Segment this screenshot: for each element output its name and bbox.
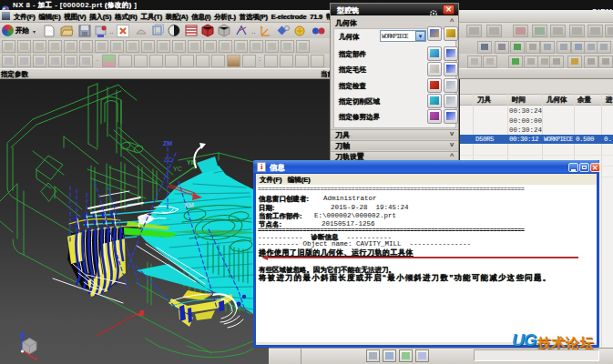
svg-text:ZM: ZM [163, 140, 172, 147]
svg-text:YC: YC [173, 166, 182, 172]
svg-text:..: .. [109, 27, 113, 35]
svg-text:XM: XM [184, 202, 194, 208]
svg-text:ZC: ZC [164, 157, 172, 163]
svg-text:..: .. [251, 27, 255, 35]
